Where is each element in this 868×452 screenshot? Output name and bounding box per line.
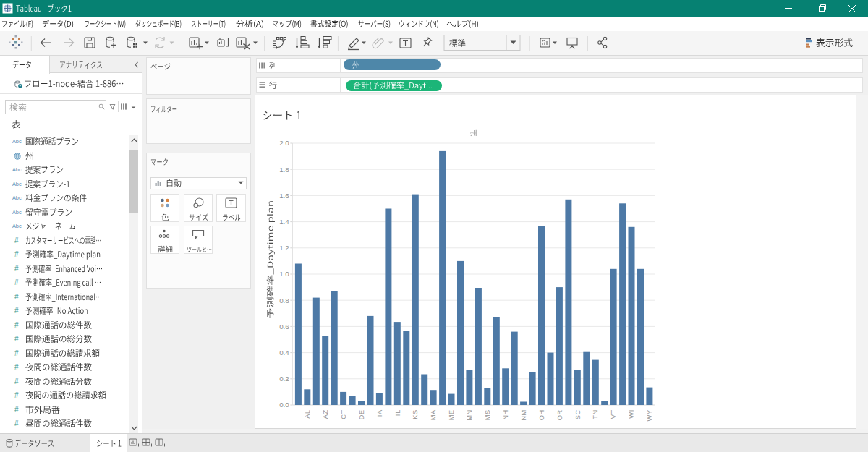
svg-text:SC: SC [574,409,582,419]
svg-text:AL: AL [304,409,311,419]
svg-text:IL: IL [394,409,401,416]
svg-text:0.4: 0.4 [279,349,289,357]
svg-text:DE: DE [358,409,365,419]
svg-text:0.8: 0.8 [279,297,289,304]
svg-text:MS: MS [484,409,491,420]
svg-text:OH: OH [538,409,545,420]
svg-text:KS: KS [412,409,419,419]
svg-text:TN: TN [592,409,599,419]
svg-text:NM: NM [520,409,527,421]
svg-text:IA: IA [376,409,383,417]
svg-text:ME: ME [448,409,455,420]
svg-text:1.8: 1.8 [279,166,289,174]
svg-text:1.4: 1.4 [279,218,289,226]
svg-text:0.2: 0.2 [279,375,289,383]
svg-text:WY: WY [646,409,653,421]
svg-text:2.0: 2.0 [279,139,289,147]
svg-text:AZ: AZ [322,409,329,419]
svg-text:OR: OR [556,409,563,420]
svg-text:0.6: 0.6 [279,323,289,331]
svg-text:1.2: 1.2 [279,244,289,252]
svg-text:MN: MN [466,409,473,421]
svg-text:VT: VT [610,409,617,419]
svg-text:NH: NH [502,409,509,420]
svg-text:0.0: 0.0 [279,401,289,409]
svg-text:1.6: 1.6 [279,192,289,200]
svg-text:1.0: 1.0 [279,270,289,278]
svg-text:MA: MA [430,409,437,420]
svg-text:CT: CT [340,409,347,419]
svg-text:WI: WI [628,409,635,419]
